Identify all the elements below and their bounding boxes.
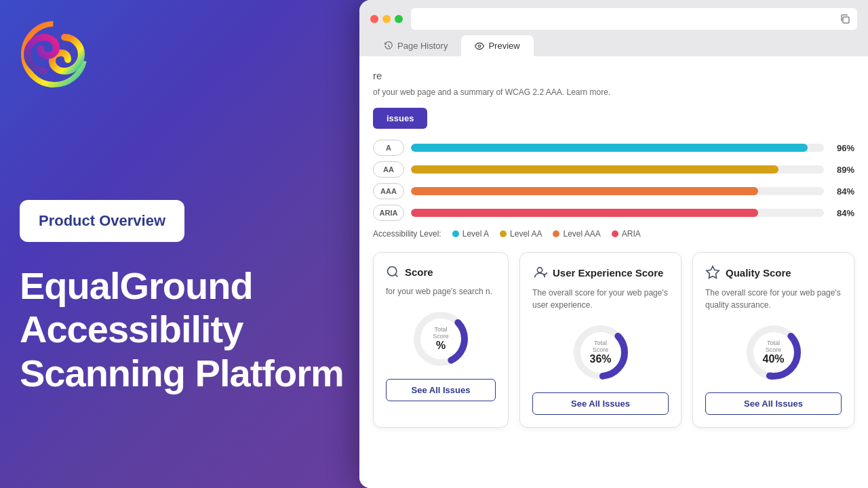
- wcag-label-aria: ARIA: [373, 205, 404, 221]
- legend-label-aaa: Level AAA: [563, 229, 600, 239]
- quality-score-header: Quality Score: [705, 265, 842, 280]
- wcag-bar-row-aa: AA 89%: [373, 161, 854, 178]
- tab-preview[interactable]: Preview: [461, 35, 533, 56]
- svg-rect-1: [843, 17, 849, 23]
- tab-preview-label: Preview: [488, 41, 519, 51]
- product-overview-button[interactable]: Product Overview: [20, 200, 184, 242]
- section-description: of your web page and a summary of WCAG 2…: [373, 86, 854, 98]
- legend-item-aaa: Level AAA: [553, 229, 600, 239]
- browser-toolbar: [370, 8, 857, 30]
- close-dot[interactable]: [370, 15, 378, 23]
- wcag-track-a: [411, 144, 824, 152]
- svg-point-6: [537, 268, 542, 272]
- quality-score-desc: The overall score for your web page's qu…: [705, 287, 842, 311]
- wcag-percent-aa: 89%: [831, 165, 854, 175]
- product-overview-label: Product Overview: [39, 212, 165, 230]
- ux-score-title: User Experience Score: [553, 267, 663, 279]
- ux-score-header: User Experience Score: [532, 265, 669, 280]
- svg-point-3: [388, 267, 397, 276]
- legend-prefix: Accessibility Level:: [373, 229, 441, 239]
- quality-donut: Total Score 40%: [743, 322, 804, 383]
- wcag-label-aaa: AAA: [373, 183, 404, 199]
- logo: [20, 20, 88, 88]
- headline-line3: Scanning Platform: [20, 352, 344, 395]
- address-bar[interactable]: [411, 8, 857, 30]
- history-icon: [384, 41, 393, 51]
- search-donut-container: Total Score %: [386, 308, 496, 369]
- wcag-fill-aria: [411, 209, 758, 217]
- quality-score-card: Quality Score The overall score for your…: [692, 252, 854, 428]
- legend-label-aria: ARIA: [622, 229, 641, 239]
- browser-traffic-lights: [370, 15, 403, 23]
- search-see-all-button[interactable]: See All Issues: [386, 379, 496, 401]
- search-donut: Total Score %: [410, 308, 471, 369]
- legend-item-aria: ARIA: [612, 229, 641, 239]
- wcag-fill-aa: [411, 165, 778, 174]
- headline-line1: EqualGround: [20, 264, 344, 308]
- ux-score-icon: [532, 265, 547, 280]
- wcag-bars: A 96% AA 89% AAA 84%: [373, 140, 854, 221]
- legend-label-aa: Level AA: [510, 229, 542, 239]
- wcag-bar-row-aria: ARIA 84%: [373, 205, 854, 221]
- wcag-percent-aria: 84%: [831, 208, 854, 218]
- browser-content: re of your web page and a summary of WCA…: [359, 56, 868, 488]
- maximize-dot[interactable]: [395, 15, 403, 23]
- issues-button[interactable]: issues: [373, 108, 427, 129]
- quality-score-label: Total Score 40%: [758, 340, 789, 365]
- legend-label-a: Level A: [462, 229, 489, 239]
- copy-icon: [840, 14, 850, 24]
- score-cards: Score for your web page's search n. Tota…: [373, 252, 854, 428]
- wcag-track-aria: [411, 209, 824, 217]
- quality-donut-container: Total Score 40%: [705, 322, 842, 383]
- search-score-title: Score: [405, 266, 433, 278]
- legend-dot-aaa: [553, 230, 559, 237]
- legend-dot-aria: [612, 230, 618, 237]
- browser-tabs: Page History Preview: [370, 35, 857, 56]
- ux-score-card: User Experience Score The overall score …: [519, 252, 682, 428]
- ux-see-all-button[interactable]: See All Issues: [532, 392, 669, 415]
- legend-item-aa: Level AA: [500, 229, 542, 239]
- wcag-fill-aaa: [411, 187, 758, 195]
- wcag-fill-a: [411, 144, 808, 152]
- wcag-bar-row-aaa: AAA 84%: [373, 183, 854, 199]
- search-score-header: Score: [386, 265, 496, 279]
- wcag-track-aa: [411, 165, 824, 174]
- ux-donut: Total Score 36%: [570, 322, 631, 383]
- quality-see-all-button[interactable]: See All Issues: [705, 392, 842, 415]
- section-title: re: [373, 70, 382, 82]
- headline: EqualGround Accessibility Scanning Platf…: [20, 264, 344, 395]
- quality-score-title: Quality Score: [726, 267, 791, 279]
- ux-donut-container: Total Score 36%: [532, 322, 669, 383]
- svg-point-2: [479, 45, 481, 47]
- search-score-desc: for your web page's search n.: [386, 285, 496, 298]
- wcag-bar-row-a: A 96%: [373, 140, 854, 156]
- right-panel: Page History Preview re of your web page…: [359, 0, 868, 488]
- tab-page-history-label: Page History: [397, 41, 448, 51]
- search-score-icon: [386, 265, 399, 279]
- search-score-label: Total Score %: [426, 326, 456, 352]
- wcag-label-a: A: [373, 140, 404, 156]
- tab-page-history[interactable]: Page History: [370, 35, 461, 56]
- quality-score-icon: [705, 265, 720, 280]
- ux-score-desc: The overall score for your web page's us…: [532, 287, 669, 311]
- wcag-percent-aaa: 84%: [831, 186, 854, 197]
- wcag-label-aa: AA: [373, 161, 404, 178]
- eye-icon: [475, 41, 484, 51]
- legend-dot-a: [452, 230, 459, 237]
- headline-line2: Accessibility: [20, 308, 344, 351]
- search-score-card: Score for your web page's search n. Tota…: [373, 252, 509, 428]
- wcag-percent-a: 96%: [831, 143, 854, 153]
- legend-item-a: Level A: [452, 229, 489, 239]
- legend-dot-aa: [500, 230, 507, 237]
- browser-chrome: Page History Preview: [359, 0, 868, 56]
- ux-score-label: Total Score 36%: [585, 340, 616, 365]
- minimize-dot[interactable]: [382, 15, 391, 23]
- accessibility-legend: Accessibility Level: Level A Level AA Le…: [373, 229, 854, 239]
- wcag-track-aaa: [411, 187, 824, 195]
